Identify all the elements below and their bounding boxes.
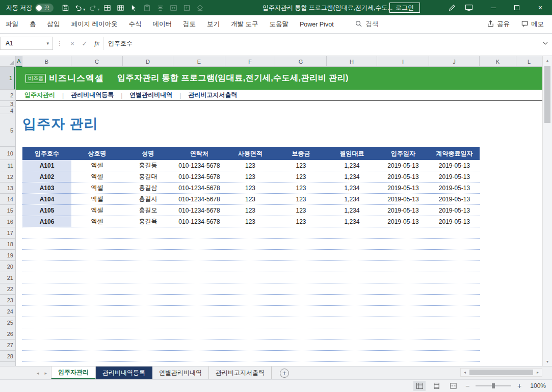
- share-button[interactable]: 공유: [487, 20, 510, 29]
- table-cell[interactable]: 123: [225, 171, 275, 182]
- row-header-18[interactable]: 18: [0, 239, 15, 250]
- table-cell[interactable]: 홍길육: [123, 216, 173, 227]
- table-cell[interactable]: 010-1234-5678: [173, 160, 225, 171]
- zoom-out-button[interactable]: −: [464, 382, 471, 390]
- row-header-14[interactable]: 14: [0, 194, 15, 205]
- empty-table-row[interactable]: [22, 239, 480, 250]
- sheet-tab[interactable]: 관리비내역등록: [96, 367, 152, 379]
- row-header-16[interactable]: 16: [0, 216, 15, 227]
- table-cell[interactable]: 2019-05-13: [429, 171, 480, 182]
- table-cell[interactable]: 엑셀: [71, 182, 123, 193]
- table-row[interactable]: A101엑셀홍길동010-1234-56781231231,2342019-05…: [22, 160, 480, 171]
- empty-table-row[interactable]: [22, 227, 480, 239]
- table-cell[interactable]: 123: [275, 171, 327, 182]
- cancel-icon[interactable]: ×: [66, 37, 78, 49]
- ribbon-tab[interactable]: 페이지 레이아웃: [66, 15, 123, 34]
- table-cell[interactable]: 1,234: [327, 171, 377, 182]
- zoom-slider[interactable]: [476, 385, 511, 386]
- table-cell[interactable]: 홍길오: [123, 205, 173, 216]
- empty-table-row[interactable]: [22, 272, 480, 283]
- add-sheet-button[interactable]: +: [280, 369, 289, 378]
- autosave-toggle[interactable]: 끔: [35, 4, 54, 12]
- table-cell[interactable]: 1,234: [327, 160, 377, 171]
- table-cell[interactable]: 2019-05-13: [377, 182, 429, 193]
- vertical-scroll-thumb[interactable]: [544, 66, 550, 123]
- table-row[interactable]: A104엑셀홍길사010-1234-56781231231,2342019-05…: [22, 194, 480, 205]
- table-cell[interactable]: 010-1234-5678: [173, 194, 225, 204]
- table-cell[interactable]: 1,234: [327, 182, 377, 193]
- draw-table-icon[interactable]: [100, 1, 114, 14]
- row-header-27[interactable]: 27: [0, 339, 15, 351]
- table-cell[interactable]: 1,234: [327, 205, 377, 216]
- column-header-B[interactable]: B: [22, 56, 71, 67]
- table-cell[interactable]: 1,234: [327, 216, 377, 227]
- empty-table-row[interactable]: [22, 328, 480, 339]
- row-header-3[interactable]: 3: [0, 101, 15, 107]
- empty-table-row[interactable]: [22, 295, 480, 306]
- formula-bar-expand-icon[interactable]: [539, 37, 552, 50]
- table-cell[interactable]: 홍길동: [123, 160, 173, 171]
- scroll-up-icon[interactable]: ▴: [543, 56, 552, 65]
- row-header-20[interactable]: 20: [0, 261, 15, 272]
- table-cell[interactable]: 010-1234-5678: [173, 205, 225, 216]
- table-cell[interactable]: 2019-05-13: [377, 171, 429, 182]
- row-header-23[interactable]: 23: [0, 295, 15, 306]
- insert-function-icon[interactable]: fx: [91, 37, 103, 49]
- formula-bar-handle[interactable]: ⋮: [53, 40, 66, 47]
- row-header-2[interactable]: 2: [0, 90, 15, 101]
- table-cell[interactable]: 010-1234-5678: [173, 216, 225, 227]
- nav-link[interactable]: 입주자관리: [16, 91, 62, 99]
- table-cell[interactable]: 홍길대: [123, 171, 173, 182]
- column-header-H[interactable]: H: [327, 56, 377, 67]
- zoom-slider-thumb[interactable]: [492, 383, 495, 388]
- search-box[interactable]: 검색: [355, 20, 379, 29]
- merge-cells-icon[interactable]: [167, 1, 180, 14]
- row-header-1[interactable]: 1: [0, 67, 15, 90]
- column-header-L[interactable]: L: [516, 56, 542, 67]
- align-center-icon[interactable]: [153, 1, 167, 14]
- row-header-22[interactable]: 22: [0, 283, 15, 295]
- column-header-D[interactable]: D: [123, 56, 173, 67]
- column-header-E[interactable]: E: [173, 56, 225, 67]
- table-cell[interactable]: 2019-05-13: [429, 160, 480, 171]
- nav-link[interactable]: 연별관리비내역: [122, 91, 179, 99]
- table-cell[interactable]: A101: [22, 160, 71, 171]
- ribbon-tab[interactable]: Power Pivot: [294, 15, 339, 34]
- table-cell[interactable]: 2019-05-13: [429, 205, 480, 216]
- minimize-button[interactable]: ─: [482, 0, 505, 15]
- column-header-J[interactable]: J: [429, 56, 480, 67]
- row-header-28[interactable]: 28: [0, 351, 15, 362]
- row-header-17[interactable]: 17: [0, 227, 15, 239]
- page-layout-view-icon[interactable]: [430, 381, 442, 391]
- redo-dropdown-icon[interactable]: ▾: [97, 7, 99, 12]
- table-cell[interactable]: A106: [22, 216, 71, 227]
- ink-pen-icon[interactable]: [445, 1, 458, 14]
- table-cell[interactable]: 123: [225, 205, 275, 216]
- scroll-down-icon[interactable]: ▾: [543, 357, 552, 366]
- table-cell[interactable]: 2019-05-13: [429, 194, 480, 204]
- table-cell[interactable]: A103: [22, 182, 71, 193]
- table-cell[interactable]: 엑셀: [71, 216, 123, 227]
- memo-button[interactable]: 메모: [521, 20, 544, 29]
- formula-input[interactable]: 입주호수: [103, 37, 539, 50]
- table-cell[interactable]: 2019-05-13: [377, 160, 429, 171]
- column-header-A[interactable]: A: [16, 56, 22, 67]
- empty-table-row[interactable]: [22, 261, 480, 272]
- table-cell[interactable]: 2019-05-13: [429, 182, 480, 193]
- table-cell[interactable]: A102: [22, 171, 71, 182]
- row-header-25[interactable]: 25: [0, 317, 15, 328]
- table-cell[interactable]: 2019-05-13: [377, 205, 429, 216]
- table-cell[interactable]: 010-1234-5678: [173, 182, 225, 193]
- table-cell[interactable]: 123: [275, 216, 327, 227]
- ribbon-tab[interactable]: 데이터: [147, 15, 177, 34]
- column-header-I[interactable]: I: [377, 56, 429, 67]
- row-header-12[interactable]: 12: [0, 171, 15, 182]
- row-header-21[interactable]: 21: [0, 272, 15, 283]
- table-cell[interactable]: 엑셀: [71, 171, 123, 182]
- column-header-K[interactable]: K: [480, 56, 516, 67]
- horizontal-scroll-thumb[interactable]: [469, 370, 533, 375]
- tab-scroll-right-icon[interactable]: ▸: [45, 371, 47, 376]
- table-cell[interactable]: 2019-05-13: [377, 194, 429, 204]
- row-header-13[interactable]: 13: [0, 182, 15, 194]
- row-header-24[interactable]: 24: [0, 306, 15, 317]
